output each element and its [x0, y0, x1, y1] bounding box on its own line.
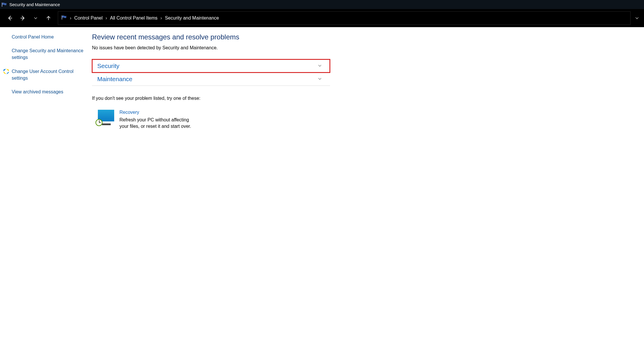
window-title: Security and Maintenance — [9, 2, 60, 7]
chevron-down-icon — [318, 77, 322, 82]
breadcrumb-separator: › — [105, 15, 107, 21]
window-titlebar: Security and Maintenance — [0, 0, 644, 9]
up-button[interactable] — [43, 12, 54, 24]
breadcrumb-all-items[interactable]: All Control Panel Items — [110, 15, 158, 21]
sidebar-link-archived[interactable]: View archived messages — [12, 88, 85, 95]
flag-icon — [2, 3, 7, 7]
breadcrumb-control-panel[interactable]: Control Panel — [74, 15, 103, 21]
hint-text: If you don't see your problem listed, tr… — [92, 96, 330, 101]
security-section-header[interactable]: Security — [92, 59, 330, 73]
breadcrumb-security-maintenance[interactable]: Security and Maintenance — [165, 15, 219, 21]
recent-locations-button[interactable] — [30, 12, 41, 24]
recovery-icon — [96, 110, 114, 126]
recovery-link[interactable]: Recovery — [119, 110, 198, 115]
address-bar[interactable]: › Control Panel › All Control Panel Item… — [58, 11, 631, 25]
breadcrumb-separator: › — [160, 15, 162, 21]
sidebar-link-uac[interactable]: Change User Account Control settings — [12, 68, 85, 81]
sidebar: Control Panel Home Change Security and M… — [0, 27, 88, 340]
status-text: No issues have been detected by Security… — [92, 45, 330, 50]
content-area: Control Panel Home Change Security and M… — [0, 27, 644, 340]
chevron-down-icon — [318, 64, 322, 69]
maintenance-section-label: Maintenance — [97, 76, 132, 83]
page-heading: Review recent messages and resolve probl… — [92, 33, 330, 41]
maintenance-section-header[interactable]: Maintenance — [92, 73, 330, 86]
recovery-block: Recovery Refresh your PC without affecti… — [96, 110, 330, 130]
flag-icon — [62, 15, 67, 21]
breadcrumb-separator: › — [70, 15, 71, 21]
main-panel: Review recent messages and resolve probl… — [88, 27, 330, 340]
navigation-bar: › Control Panel › All Control Panel Item… — [0, 9, 644, 27]
sidebar-link-home[interactable]: Control Panel Home — [12, 34, 85, 40]
security-section-label: Security — [97, 62, 119, 69]
sidebar-link-change-settings[interactable]: Change Security and Maintenance settings — [12, 47, 85, 61]
recovery-description: Refresh your PC without affecting your f… — [119, 117, 198, 130]
address-dropdown-button[interactable] — [632, 16, 642, 20]
back-button[interactable] — [4, 12, 16, 24]
forward-button[interactable] — [17, 12, 29, 24]
